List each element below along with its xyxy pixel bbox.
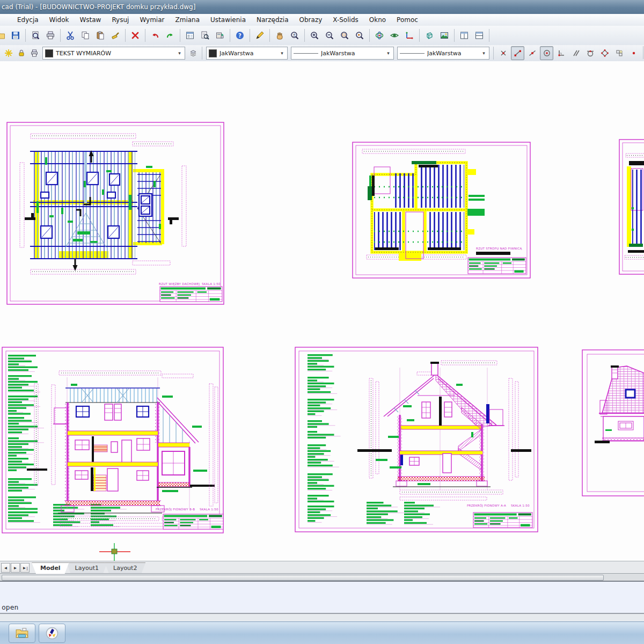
title-block: [160, 287, 222, 302]
zoom-out-button[interactable]: [323, 28, 336, 43]
sheet-joist-plan: RZUT STROPU NAD PIWNICĄ: [353, 142, 530, 278]
layout-tabbar: ◄ ► ►| ModelLayout1Layout2: [0, 561, 644, 574]
redo-button[interactable]: [163, 28, 177, 43]
color-chip: [209, 49, 217, 57]
drawing-canvas[interactable]: RZUT WIĘŹBY DACHOWEJ SKALA 1:50 RZUT STR…: [0, 61, 644, 561]
zoom-realtime-button[interactable]: ±: [288, 28, 302, 43]
toolbar-separator: [60, 29, 61, 42]
cut-button[interactable]: [63, 28, 77, 43]
zoom-in-button[interactable]: [308, 28, 321, 43]
toolbar-separator: [269, 29, 270, 42]
toolbar-separator: [25, 29, 26, 42]
help-button[interactable]: ?: [233, 28, 247, 43]
box-3d-button[interactable]: [422, 28, 436, 43]
paste-button[interactable]: [93, 28, 107, 43]
layer-properties-toolbar: TEKST WYMIARÓW ▾ JakWarstwa ▾ JakWarstwa…: [0, 45, 644, 62]
snap-quadrant-button[interactable]: [598, 46, 611, 60]
snap-toolbar: [496, 46, 644, 60]
menu-item-rysuj[interactable]: Rysuj: [106, 15, 134, 25]
publish-icon: [215, 31, 225, 40]
chevron-down-icon: ▾: [481, 50, 487, 56]
layer-freeze-button[interactable]: [3, 47, 14, 60]
color-dropdown[interactable]: JakWarstwa ▾: [206, 47, 288, 60]
print-preview-button[interactable]: [28, 28, 42, 43]
tile-vertical-icon: [474, 31, 484, 40]
snap-tangent-button[interactable]: [583, 46, 597, 60]
snap-parallel-button[interactable]: [569, 46, 582, 60]
layers-manager-button[interactable]: [187, 47, 199, 60]
tile-horizontal-button[interactable]: [457, 28, 471, 43]
tab-scroll-right-button[interactable]: ►: [11, 563, 20, 573]
erase-button[interactable]: [128, 28, 142, 43]
scrollbar-thumb[interactable]: [2, 575, 604, 581]
ucs-button[interactable]: [402, 28, 416, 43]
open-partial-button[interactable]: [0, 28, 8, 43]
window-title: cad (Trial) - [BUDOWNICTWO-PROJEKT domku…: [2, 3, 195, 11]
snap-center-button[interactable]: [540, 46, 553, 60]
layer-print-button[interactable]: [28, 47, 40, 60]
taskbar-cad-button[interactable]: [39, 624, 65, 643]
tab-model[interactable]: Model: [32, 562, 69, 574]
taskbar-explorer-button[interactable]: [9, 624, 35, 643]
zoom-previous-icon: [355, 31, 364, 40]
tile-vertical-button[interactable]: [472, 28, 486, 43]
menu-item-wymiar[interactable]: Wymiar: [134, 15, 170, 25]
print-preview-icon: [31, 31, 40, 40]
menu-item-x-solids[interactable]: X-Solids: [327, 15, 363, 25]
snap-midpoint-button[interactable]: [525, 46, 539, 60]
copy-button[interactable]: [78, 28, 92, 43]
toolbar-separator: [419, 29, 420, 42]
menu-item-ustawienia[interactable]: Ustawienia: [205, 15, 251, 25]
save-button[interactable]: [9, 28, 23, 43]
snap-endpoint-button[interactable]: [511, 46, 524, 60]
ucs-icon: [405, 31, 414, 40]
undo-button[interactable]: [148, 28, 162, 43]
tab-scroll-left-button[interactable]: ◄: [1, 563, 10, 573]
tab-layout1[interactable]: Layout1: [67, 562, 107, 574]
sketch-button[interactable]: [253, 28, 267, 43]
named-views-button[interactable]: [387, 28, 401, 43]
find-button[interactable]: [198, 28, 212, 43]
sheet-section-bb: PRZEKRÓJ PIONOWY B-B SKALA 1:50: [2, 347, 223, 533]
layer-dropdown[interactable]: TEKST WYMIARÓW ▾: [42, 47, 185, 60]
linetype-dropdown[interactable]: JakWarstwa ▾: [291, 47, 394, 60]
lineweight-preview: [400, 53, 425, 54]
snap-insertion-button[interactable]: [612, 46, 626, 60]
zoom-previous-button[interactable]: [353, 28, 367, 43]
snap-point-button[interactable]: [496, 46, 510, 60]
linetype-value: JakWarstwa: [321, 50, 383, 57]
tab-layout2[interactable]: Layout2: [105, 562, 145, 574]
menu-item-narzedzia[interactable]: Narzędzia: [251, 15, 294, 25]
material-legend: [308, 354, 440, 524]
render-button[interactable]: [437, 28, 451, 43]
orbit-3d-button[interactable]: [372, 28, 386, 43]
toolbar-separator: [489, 29, 489, 42]
chevron-down-icon: ▾: [385, 50, 391, 56]
zoom-window-button[interactable]: [338, 28, 352, 43]
publish-button[interactable]: [213, 28, 227, 43]
title-block: [163, 514, 223, 529]
menu-item-obrazy[interactable]: Obrazy: [294, 15, 328, 25]
menu-item-widok[interactable]: Widok: [44, 15, 75, 25]
menu-item-okno[interactable]: Okno: [364, 15, 391, 25]
sheet-partial-right: [619, 140, 644, 274]
pan-button[interactable]: [273, 28, 287, 43]
menu-item-pomoc[interactable]: Pomoc: [391, 15, 423, 25]
snap-insertion-icon: [615, 49, 624, 57]
menu-item-wstaw[interactable]: Wstaw: [74, 15, 106, 25]
layer-lock-button[interactable]: [16, 47, 27, 60]
tab-scroll-end-button[interactable]: ►|: [20, 563, 30, 573]
menu-item-zmiana[interactable]: Zmiana: [170, 15, 206, 25]
properties-button[interactable]: [183, 28, 197, 43]
lineweight-dropdown[interactable]: JakWarstwa ▾: [397, 47, 489, 60]
print-button[interactable]: [43, 28, 57, 43]
toolbar-separator: [493, 47, 494, 60]
menu-item-edycja[interactable]: Edycja: [12, 15, 44, 25]
chevron-down-icon: ▾: [279, 50, 285, 56]
command-line[interactable]: open: [0, 581, 644, 614]
snap-node-button[interactable]: [627, 46, 640, 60]
snap-perpendicular-button[interactable]: [554, 46, 568, 60]
sheet-scale: SKALA 1:50: [202, 282, 221, 286]
format-painter-button[interactable]: [108, 28, 122, 43]
layer-lock-icon: [17, 49, 26, 57]
